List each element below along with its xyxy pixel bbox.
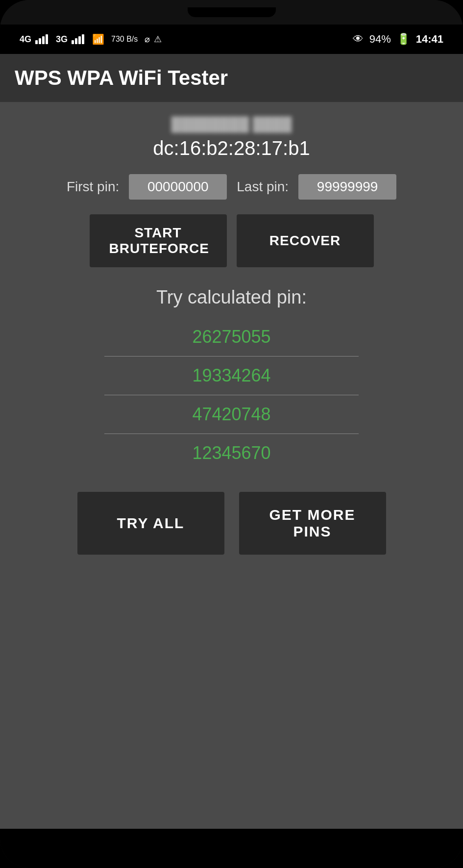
signal-bars-4g xyxy=(35,34,48,44)
network-4g-icon: 4G xyxy=(20,34,31,45)
usb-icon: ⌀ xyxy=(145,34,150,45)
pin-item-4[interactable]: 12345670 xyxy=(104,434,359,472)
get-more-pins-button[interactable]: GET MORE PINS xyxy=(239,492,386,555)
app-title: WPS WPA WiFi Tester xyxy=(15,66,228,89)
recover-button[interactable]: RECOVER xyxy=(237,214,374,267)
battery-percentage: 94% xyxy=(369,33,391,46)
pin-list: 26275055 19334264 47420748 12345670 xyxy=(20,318,443,472)
pin-item-3[interactable]: 47420748 xyxy=(104,395,359,434)
wifi-icon: 📶 xyxy=(92,33,104,45)
start-bruteforce-button[interactable]: START BRUTEFORCE xyxy=(90,214,227,267)
app-title-bar: WPS WPA WiFi Tester xyxy=(0,54,463,102)
last-pin-input[interactable] xyxy=(298,174,396,200)
try-calculated-title: Try calculated pin: xyxy=(156,287,307,308)
bottom-bar xyxy=(0,829,463,868)
pin-range-row: First pin: Last pin: xyxy=(20,174,443,200)
empty-area xyxy=(0,569,463,829)
status-bar: 4G 3G 📶 730 B/s ⌀ ⚠ 👁 94% 🔋 14:41 xyxy=(0,25,463,54)
signal-bars-3g xyxy=(72,34,84,44)
time-display: 14:41 xyxy=(416,33,443,46)
app-content: ████████ ████ dc:16:b2:28:17:b1 First pi… xyxy=(0,102,463,569)
eye-icon: 👁 xyxy=(353,33,364,46)
app-screen: WPS WPA WiFi Tester ████████ ████ dc:16:… xyxy=(0,54,463,829)
status-left: 4G 3G 📶 730 B/s ⌀ ⚠ xyxy=(20,33,162,45)
battery-icon: 🔋 xyxy=(397,33,410,46)
warning-icon: ⚠ xyxy=(154,34,162,45)
mac-address: dc:16:b2:28:17:b1 xyxy=(153,137,310,159)
try-all-button[interactable]: TRY ALL xyxy=(77,492,224,555)
pin-item-2[interactable]: 19334264 xyxy=(104,357,359,395)
first-pin-input[interactable] xyxy=(129,174,227,200)
blurred-ssid: ████████ ████ xyxy=(171,117,292,132)
pin-item-1[interactable]: 26275055 xyxy=(104,318,359,357)
phone-frame: 4G 3G 📶 730 B/s ⌀ ⚠ 👁 94% 🔋 14:41 xyxy=(0,0,463,868)
notch xyxy=(188,7,276,17)
last-pin-label: Last pin: xyxy=(237,179,289,195)
action-buttons: START BRUTEFORCE RECOVER xyxy=(20,214,443,267)
first-pin-label: First pin: xyxy=(67,179,119,195)
notch-area xyxy=(0,0,463,25)
network-3g-icon: 3G xyxy=(56,34,68,45)
data-speed: 730 B/s xyxy=(111,35,138,44)
status-right: 👁 94% 🔋 14:41 xyxy=(353,33,443,46)
bottom-buttons: TRY ALL GET MORE PINS xyxy=(20,492,443,555)
